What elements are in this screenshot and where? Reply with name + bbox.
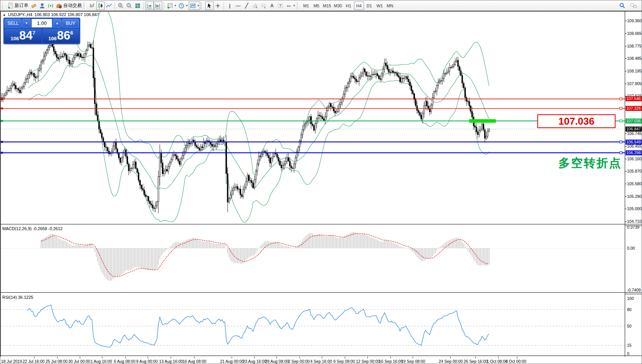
chart-shift-button[interactable]: [154, 2, 162, 10]
search-button[interactable]: [618, 2, 627, 10]
timeframe-d1-button[interactable]: D1: [364, 2, 374, 10]
volume-decrease-button[interactable]: ▼: [22, 19, 31, 28]
date-tick: [345, 357, 345, 358]
rsi-axis-label: 50: [627, 324, 632, 328]
date-tick: [194, 357, 194, 358]
axis-tick: [625, 159, 627, 159]
date-tick: [57, 357, 58, 358]
level-handle[interactable]: [1, 152, 3, 154]
level-handle[interactable]: [1, 107, 3, 109]
highlight-segment[interactable]: [469, 119, 496, 123]
volume-increase-button[interactable]: ▲: [53, 19, 61, 28]
timeframe-m1-button[interactable]: M1: [301, 2, 311, 10]
horizontal-line-tool-button[interactable]: —: [234, 2, 242, 10]
candlestick-chart-button[interactable]: [96, 2, 105, 10]
level-handle[interactable]: [1, 120, 3, 122]
date-label: 18 Jul 2019: [1, 359, 22, 364]
autotrading-label: 自动交易: [63, 2, 82, 9]
buy-price[interactable]: 106 86 6: [43, 29, 79, 43]
autotrading-icon: [56, 3, 62, 9]
signal-button[interactable]: [46, 2, 55, 10]
axis-tick: [625, 221, 627, 222]
timeframe-mn-button[interactable]: MN: [385, 2, 395, 10]
price-callout-box[interactable]: 107.036: [537, 114, 616, 128]
toolbar-grip[interactable]: [2, 2, 5, 9]
date-axis[interactable]: 18 Jul 201922 Jul 16:0025 Jul 08:0030 Ju…: [0, 357, 642, 364]
vertical-line-tool-button[interactable]: |: [226, 2, 234, 10]
timeframe-m30-button[interactable]: M30: [333, 2, 343, 10]
toolbar-grip[interactable]: [84, 2, 86, 9]
cursor-icon: [206, 3, 212, 9]
fibonacci-icon: F: [260, 3, 267, 9]
macd-panel[interactable]: [0, 226, 625, 292]
date-label: 28 Aug 08:00: [265, 359, 289, 364]
text-label-tool-button[interactable]: T: [276, 2, 285, 10]
timeframe-m15-button[interactable]: M15: [322, 2, 332, 10]
zoom-out-button[interactable]: [125, 2, 133, 10]
sell-button[interactable]: SELL: [5, 19, 21, 28]
collapse-arrow-icon[interactable]: ▲: [3, 13, 6, 16]
date-tick: [80, 357, 80, 358]
date-label: 21 Aug 00:00: [220, 359, 244, 364]
crosshair-tool-button[interactable]: [214, 2, 222, 10]
level-handle[interactable]: [1, 141, 3, 143]
axis-tick: [625, 84, 627, 84]
level-handle[interactable]: [620, 120, 622, 122]
level-handle[interactable]: [620, 98, 622, 100]
sell-price[interactable]: 106 84 7: [5, 29, 41, 43]
line-chart-button[interactable]: [105, 2, 113, 10]
price-axis-label: 108.195: [627, 69, 642, 73]
rsi-panel[interactable]: [0, 294, 625, 356]
level-handle[interactable]: [620, 152, 622, 154]
volume-input[interactable]: 1.00: [31, 19, 52, 28]
macd-axis-label: 0.3739: [627, 225, 639, 229]
profile-button[interactable]: [38, 2, 46, 10]
axis-tick: [625, 21, 627, 21]
timeframe-m5-button[interactable]: M5: [311, 2, 321, 10]
date-label: 13 Aug 16:00: [159, 359, 183, 364]
price-axis-label: 108.485: [627, 56, 642, 61]
new-order-button[interactable]: 新订单: [6, 2, 30, 10]
level-handle[interactable]: [1, 98, 3, 100]
date-tick: [517, 357, 517, 358]
new-chart-button[interactable]: ▾: [166, 2, 177, 10]
price-axis-label: 105.870: [627, 169, 642, 173]
price-axis-label: 106.160: [627, 156, 642, 161]
profiles-button[interactable]: ▾: [177, 2, 189, 10]
axis-tick: [625, 184, 627, 184]
price-axis-label: 109.360: [627, 18, 642, 23]
eraser-button[interactable]: [30, 2, 38, 10]
chat-button[interactable]: [629, 2, 639, 10]
price-axis-label: 109.065: [627, 31, 642, 36]
level-handle[interactable]: [620, 141, 622, 143]
cursor-tool-button[interactable]: [205, 2, 214, 10]
buy-button[interactable]: BUY: [62, 19, 79, 28]
auto-scroll-button[interactable]: [145, 2, 154, 10]
new-order-icon: [7, 3, 13, 9]
toolbar-grip[interactable]: [297, 2, 300, 9]
macd-signal-line: [41, 234, 489, 277]
channel-tool-button[interactable]: E: [251, 2, 259, 10]
fibonacci-tool-button[interactable]: F: [259, 2, 268, 10]
tile-windows-button[interactable]: [133, 2, 142, 10]
price-marker-106.847: 106.847: [626, 127, 642, 132]
timeframe-h1-button[interactable]: H1: [344, 2, 354, 10]
arrows-tool-button[interactable]: ▾: [285, 2, 296, 10]
timeframe-h4-button[interactable]: H4: [354, 2, 364, 10]
axis-tick: [625, 196, 627, 197]
text-tool-button[interactable]: A: [268, 2, 276, 10]
price-axis-label: 107.905: [627, 81, 642, 86]
date-label: 24 Sep 00:00: [439, 359, 463, 364]
trendline-tool-button[interactable]: ╱: [242, 2, 251, 10]
level-handle[interactable]: [620, 107, 622, 110]
main-chart-panel[interactable]: [0, 12, 625, 224]
date-tick: [498, 357, 499, 358]
template-button[interactable]: ▾: [189, 2, 200, 10]
toolbar-grip[interactable]: [201, 2, 204, 9]
zoom-in-button[interactable]: [117, 2, 125, 10]
mt4-window: 新订单 自动交易: [0, 0, 642, 364]
autotrading-button[interactable]: 自动交易: [55, 2, 83, 10]
bar-chart-button[interactable]: [88, 2, 96, 10]
axis-tick: [625, 58, 627, 59]
timeframe-w1-button[interactable]: W1: [375, 2, 385, 10]
